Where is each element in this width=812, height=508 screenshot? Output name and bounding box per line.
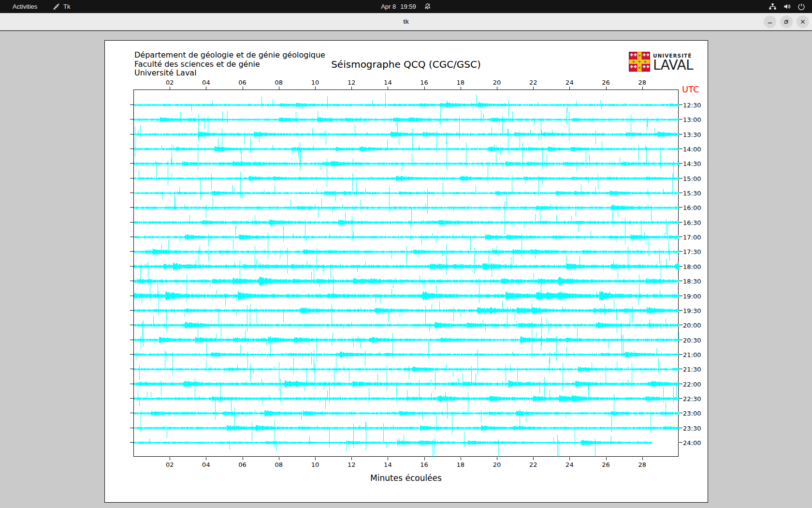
y-tick-label-utc: 21:30 — [683, 366, 701, 373]
y-tick-mark-left — [130, 442, 133, 443]
x-tick-mark-bottom — [279, 457, 279, 460]
x-tick-label-top: 20 — [493, 79, 501, 86]
y-tick-label-utc: 17:30 — [683, 248, 701, 255]
x-tick-mark-top — [424, 87, 425, 90]
y-tick-mark-right — [679, 163, 682, 164]
y-tick-mark-right — [679, 325, 682, 325]
y-tick-label-utc: 20:00 — [683, 322, 701, 329]
logo-laval-text: LAVAL — [653, 59, 693, 72]
x-tick-mark-bottom — [424, 457, 425, 460]
seismograph-figure: Département de géologie et de génie géol… — [104, 40, 708, 503]
y-tick-mark-left — [130, 134, 133, 134]
y-tick-mark-left — [130, 325, 133, 325]
y-tick-mark-right — [679, 237, 682, 237]
activities-button[interactable]: Activities — [7, 0, 43, 13]
y-tick-mark-right — [679, 222, 682, 223]
y-tick-mark-right — [679, 428, 682, 428]
y-tick-label-utc: 15:30 — [683, 190, 701, 197]
clock-button[interactable]: Apr 8 19:59 — [381, 0, 431, 13]
system-status-area[interactable] — [768, 0, 805, 13]
y-tick-mark-right — [679, 384, 682, 384]
app-menu-button[interactable]: Tk — [52, 0, 70, 13]
x-tick-mark-top — [569, 87, 570, 90]
x-tick-mark-top — [279, 87, 279, 90]
x-tick-label-top: 04 — [202, 79, 210, 86]
y-tick-mark-left — [130, 149, 133, 149]
y-tick-mark-left — [130, 193, 133, 193]
volume-icon — [783, 2, 791, 11]
y-tick-label-utc: 16:00 — [683, 204, 701, 211]
y-tick-label-utc: 19:00 — [683, 292, 701, 299]
x-tick-label-top: 24 — [566, 79, 574, 86]
x-tick-mark-bottom — [206, 457, 206, 460]
utc-axis-header: UTC — [682, 84, 699, 94]
x-tick-mark-top — [461, 87, 461, 90]
x-tick-label-bottom: 12 — [348, 461, 356, 468]
x-tick-mark-top — [315, 87, 316, 90]
x-tick-label-bottom: 06 — [238, 461, 246, 468]
x-tick-mark-bottom — [170, 457, 170, 460]
y-tick-mark-right — [679, 193, 682, 193]
y-tick-label-utc: 16:30 — [683, 219, 701, 226]
y-tick-label-utc: 22:30 — [683, 395, 701, 402]
x-tick-label-bottom: 24 — [566, 461, 574, 468]
y-tick-mark-left — [130, 398, 133, 399]
y-tick-mark-right — [679, 266, 682, 267]
x-tick-mark-top — [642, 87, 643, 90]
y-tick-mark-left — [130, 251, 133, 252]
y-tick-mark-left — [130, 428, 133, 428]
y-tick-mark-right — [679, 119, 682, 120]
y-tick-label-utc: 13:00 — [683, 116, 701, 123]
y-tick-mark-right — [679, 296, 682, 296]
close-icon — [800, 19, 806, 25]
window-title: tk — [0, 13, 812, 30]
x-tick-label-bottom: 22 — [529, 461, 537, 468]
x-tick-label-bottom: 08 — [275, 461, 283, 468]
y-tick-mark-right — [679, 207, 682, 208]
x-tick-label-bottom: 14 — [384, 461, 392, 468]
close-button[interactable] — [797, 15, 809, 28]
x-tick-mark-bottom — [569, 457, 570, 460]
y-tick-mark-left — [130, 266, 133, 267]
x-tick-label-bottom: 20 — [493, 461, 501, 468]
y-tick-mark-left — [130, 340, 133, 340]
y-tick-label-utc: 14:00 — [683, 146, 701, 153]
y-tick-mark-left — [130, 384, 133, 384]
x-tick-label-top: 10 — [311, 79, 319, 86]
x-tick-label-top: 26 — [602, 79, 610, 86]
y-tick-label-utc: 21:00 — [683, 351, 701, 358]
x-tick-mark-top — [497, 87, 497, 90]
x-tick-mark-bottom — [533, 457, 534, 460]
x-tick-mark-top — [243, 87, 243, 90]
y-tick-mark-left — [130, 178, 133, 179]
y-tick-mark-left — [130, 310, 133, 311]
x-tick-mark-bottom — [606, 457, 607, 460]
y-tick-mark-left — [130, 207, 133, 208]
x-tick-mark-top — [351, 87, 352, 90]
y-tick-mark-left — [130, 296, 133, 296]
window-titlebar[interactable]: tk — [0, 13, 812, 30]
x-tick-mark-top — [388, 87, 388, 90]
restore-icon — [783, 19, 789, 25]
y-tick-label-utc: 17:00 — [683, 234, 701, 241]
y-tick-mark-left — [130, 413, 133, 413]
y-tick-mark-right — [679, 134, 682, 134]
y-tick-label-utc: 19:30 — [683, 307, 701, 314]
maximize-button[interactable] — [780, 15, 793, 28]
tk-window-content: Département de géologie et de génie géol… — [0, 31, 812, 508]
y-tick-mark-right — [679, 340, 682, 340]
x-tick-mark-top — [206, 87, 206, 90]
figure-title: Séismographe QCQ (CGC/GSC) — [133, 59, 679, 70]
x-tick-mark-bottom — [388, 457, 388, 460]
y-tick-mark-right — [679, 369, 682, 369]
clock-date: Apr 8 — [381, 3, 396, 10]
clock-time: 19:59 — [400, 3, 416, 10]
y-tick-mark-right — [679, 442, 682, 443]
seismogram-traces-canvas — [134, 90, 679, 457]
x-tick-label-top: 16 — [420, 79, 428, 86]
x-tick-mark-bottom — [642, 457, 643, 460]
minimize-button[interactable] — [764, 15, 776, 28]
y-tick-label-utc: 23:30 — [683, 424, 701, 432]
y-tick-mark-left — [130, 369, 133, 369]
x-tick-label-top: 14 — [384, 79, 392, 86]
